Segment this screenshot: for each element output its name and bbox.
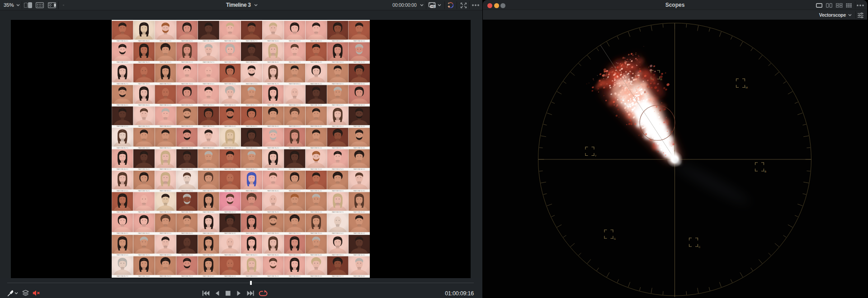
svg-text:PANTONE 67-4 C: PANTONE 67-4 C [332,104,344,106]
svg-text:PANTONE 73-5 C: PANTONE 73-5 C [181,211,193,213]
svg-text:PANTONE 57-5 C: PANTONE 57-5 C [246,211,258,213]
svg-text:PANTONE 58-4 C: PANTONE 58-4 C [138,104,150,106]
svg-text:PANTONE 57-5 C: PANTONE 57-5 C [117,190,128,192]
svg-text:PANTONE 70-5 C: PANTONE 70-5 C [289,40,301,42]
svg-text:PANTONE 93-7 C: PANTONE 93-7 C [332,147,344,149]
svg-text:PANTONE 93-7 C: PANTONE 93-7 C [203,254,215,256]
svg-text:PANTONE 52-1 C: PANTONE 52-1 C [289,190,301,192]
svg-text:PANTONE 66-3 C: PANTONE 66-3 C [246,61,258,63]
svg-text:PANTONE 85-7 C: PANTONE 85-7 C [117,275,128,277]
svg-text:PANTONE 73-5 C: PANTONE 73-5 C [311,40,322,42]
svg-text:PANTONE 76-2 C: PANTONE 76-2 C [138,126,150,128]
svg-text:PANTONE 57-5 C: PANTONE 57-5 C [246,83,258,85]
svg-text:R: R [660,78,663,81]
svg-text:PANTONE 66-3 C: PANTONE 66-3 C [246,254,258,256]
svg-text:PANTONE 93-7 C: PANTONE 93-7 C [332,211,344,213]
svg-text:PANTONE 74-6 C: PANTONE 74-6 C [138,83,150,85]
svg-text:PANTONE 81-5 C: PANTONE 81-5 C [311,275,322,277]
svg-text:PANTONE 74-6 C: PANTONE 74-6 C [138,147,150,149]
svg-text:PANTONE 68-6 C: PANTONE 68-6 C [160,190,171,192]
svg-text:PANTONE 61-6 C: PANTONE 61-6 C [224,126,236,128]
svg-text:PANTONE 67-4 C: PANTONE 67-4 C [332,40,344,42]
svg-text:PANTONE 94-5 C: PANTONE 94-5 C [203,168,215,170]
svg-text:PANTONE 58-4 C: PANTONE 58-4 C [138,233,150,234]
svg-text:PANTONE 74-6 C: PANTONE 74-6 C [138,275,150,277]
svg-text:PANTONE 70-5 C: PANTONE 70-5 C [160,211,171,213]
svg-text:PANTONE 94-5 C: PANTONE 94-5 C [332,190,344,192]
svg-text:PANTONE 73-5 C: PANTONE 73-5 C [311,233,322,234]
svg-text:PANTONE 64-5 C: PANTONE 64-5 C [354,40,365,42]
svg-text:PANTONE 50-3 C: PANTONE 50-3 C [354,126,365,128]
svg-text:PANTONE 58-4 C: PANTONE 58-4 C [267,126,279,128]
svg-text:PANTONE 52-1 C: PANTONE 52-1 C [160,104,171,106]
svg-text:G: G [614,237,616,240]
svg-text:PANTONE 65-4 C: PANTONE 65-4 C [181,233,193,234]
svg-text:PANTONE 81-5 C: PANTONE 81-5 C [181,254,193,256]
svg-text:B: B [764,170,766,173]
svg-text:PANTONE 74-6 C: PANTONE 74-6 C [267,168,279,170]
svg-text:PANTONE 67-4 C: PANTONE 67-4 C [332,168,344,170]
svg-text:PANTONE 68-6 C: PANTONE 68-6 C [289,211,301,213]
svg-text:PANTONE 61-6 C: PANTONE 61-6 C [224,61,236,63]
svg-text:PANTONE 94-5 C: PANTONE 94-5 C [203,233,215,234]
svg-text:PANTONE 61-6 C: PANTONE 61-6 C [224,190,236,192]
svg-text:PANTONE 70-5 C: PANTONE 70-5 C [160,83,171,85]
svg-text:C: C [698,246,701,248]
svg-text:PANTONE 85-7 C: PANTONE 85-7 C [246,104,258,106]
svg-text:PANTONE 94-5 C: PANTONE 94-5 C [203,40,215,42]
svg-text:PANTONE 50-3 C: PANTONE 50-3 C [224,168,236,170]
svg-text:PANTONE 74-6 C: PANTONE 74-6 C [267,40,279,42]
svg-text:PANTONE 93-7 C: PANTONE 93-7 C [203,190,215,192]
svg-text:PANTONE 85-7 C: PANTONE 85-7 C [246,40,258,42]
svg-text:PANTONE 57-5 C: PANTONE 57-5 C [117,254,128,256]
svg-text:PANTONE 70-5 C: PANTONE 70-5 C [289,104,301,106]
svg-text:PANTONE 81-5 C: PANTONE 81-5 C [181,190,193,192]
svg-text:PANTONE 73-5 C: PANTONE 73-5 C [181,147,193,149]
svg-text:PANTONE 68-6 C: PANTONE 68-6 C [160,254,171,256]
svg-text:PANTONE 76-2 C: PANTONE 76-2 C [267,83,279,85]
svg-text:PANTONE 76-2 C: PANTONE 76-2 C [138,254,150,256]
svg-text:PANTONE 74-6 C: PANTONE 74-6 C [267,233,279,234]
svg-text:PANTONE 74-6 C: PANTONE 74-6 C [138,211,150,213]
svg-text:PANTONE 76-2 C: PANTONE 76-2 C [267,275,279,277]
svg-text:PANTONE 58-4 C: PANTONE 58-4 C [267,190,279,192]
svg-text:PANTONE 50-3 C: PANTONE 50-3 C [224,233,236,234]
svg-text:PANTONE 76-2 C: PANTONE 76-2 C [138,190,150,192]
svg-text:PANTONE 76-2 C: PANTONE 76-2 C [138,61,150,63]
svg-text:PANTONE 65-4 C: PANTONE 65-4 C [181,168,193,170]
svg-text:PANTONE 93-7 C: PANTONE 93-7 C [332,83,344,85]
svg-text:PANTONE 64-5 C: PANTONE 64-5 C [224,275,236,277]
svg-text:PANTONE 65-4 C: PANTONE 65-4 C [311,190,322,192]
svg-text:PANTONE 50-3 C: PANTONE 50-3 C [224,104,236,106]
svg-text:HQ: HQ [431,5,435,8]
svg-text:PANTONE 68-6 C: PANTONE 68-6 C [289,83,301,85]
svg-text:PANTONE 67-4 C: PANTONE 67-4 C [203,275,215,277]
svg-text:PANTONE 52-1 C: PANTONE 52-1 C [160,168,171,170]
svg-text:PANTONE 52-1 C: PANTONE 52-1 C [160,40,171,42]
svg-text:PANTONE 52-1 C: PANTONE 52-1 C [289,254,301,256]
svg-text:PANTONE 65-4 C: PANTONE 65-4 C [311,254,322,256]
svg-text:PANTONE 52-1 C: PANTONE 52-1 C [160,233,171,234]
svg-text:PANTONE 85-7 C: PANTONE 85-7 C [117,83,128,85]
svg-text:PANTONE 85-7 C: PANTONE 85-7 C [117,211,128,213]
svg-text:PANTONE 50-3 C: PANTONE 50-3 C [354,190,365,192]
svg-text:PANTONE 85-7 C: PANTONE 85-7 C [246,168,258,170]
svg-text:PANTONE 68-6 C: PANTONE 68-6 C [160,61,171,63]
svg-text:PANTONE 66-3 C: PANTONE 66-3 C [117,233,128,234]
svg-text:PANTONE 76-2 C: PANTONE 76-2 C [267,211,279,213]
svg-text:PANTONE 61-6 C: PANTONE 61-6 C [354,211,365,213]
svg-text:PANTONE 73-5 C: PANTONE 73-5 C [181,83,193,85]
svg-text:PANTONE 65-4 C: PANTONE 65-4 C [311,61,322,63]
svg-text:PANTONE 94-5 C: PANTONE 94-5 C [332,126,344,128]
svg-text:PANTONE 58-4 C: PANTONE 58-4 C [267,254,279,256]
svg-text:PANTONE 67-4 C: PANTONE 67-4 C [203,83,215,85]
svg-text:PANTONE 58-4 C: PANTONE 58-4 C [138,40,150,42]
svg-text:PANTONE 61-6 C: PANTONE 61-6 C [354,83,365,85]
svg-text:PANTONE 70-5 C: PANTONE 70-5 C [160,147,171,149]
svg-text:PANTONE 66-3 C: PANTONE 66-3 C [117,104,128,106]
svg-text:M: M [745,86,748,89]
svg-text:PANTONE 73-5 C: PANTONE 73-5 C [311,168,322,170]
svg-text:PANTONE 61-6 C: PANTONE 61-6 C [354,275,365,277]
svg-text:PANTONE 94-5 C: PANTONE 94-5 C [332,254,344,256]
svg-text:Y: Y [595,154,597,157]
